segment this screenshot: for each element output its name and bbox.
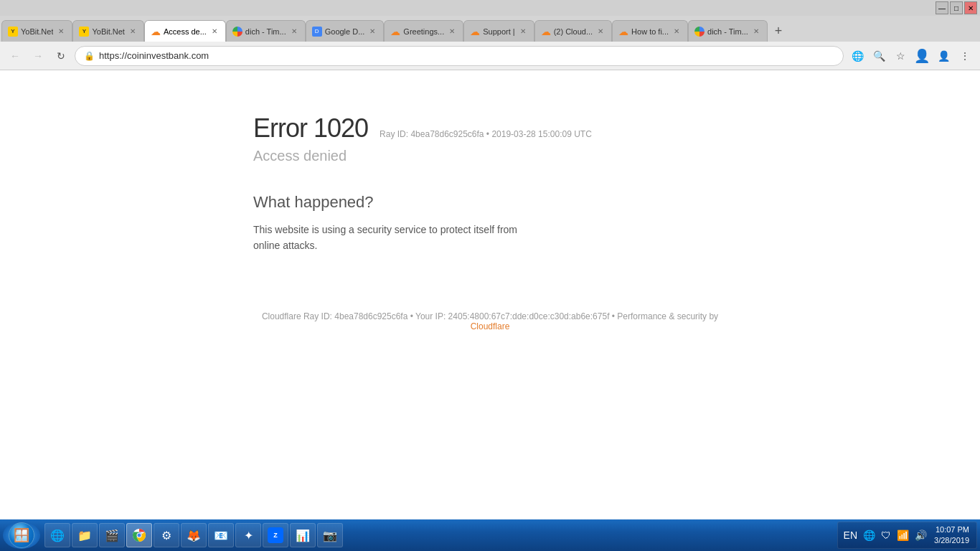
- tray-signal[interactable]: 📶: [895, 529, 910, 541]
- error-code: Error 1020: [253, 113, 368, 143]
- error-title-row: Error 1020 Ray ID: 4bea78d6c925c6fa • 20…: [253, 113, 727, 143]
- error-container: Error 1020 Ray ID: 4bea78d6c925c6fa • 20…: [239, 113, 741, 331]
- refresh-button[interactable]: ↻: [52, 47, 70, 65]
- tab-favicon-1: Y: [8, 27, 18, 37]
- ie-icon: 🌐: [50, 527, 65, 543]
- volume-icon: 🔊: [915, 529, 927, 541]
- tab-close-1[interactable]: ✕: [56, 27, 66, 37]
- app1-icon: ⚙: [159, 527, 174, 543]
- tab-label-5: Google D...: [325, 27, 365, 36]
- browser-content: Error 1020 Ray ID: 4bea78d6c925c6fa • 20…: [0, 70, 980, 519]
- ray-info: Ray ID: 4bea78d6c925c6fa • 2019-03-28 15…: [380, 129, 592, 139]
- tab-label-4: dich - Tim...: [245, 27, 286, 36]
- description-line2: online attacks.: [253, 237, 727, 253]
- taskbar-cam[interactable]: 📷: [317, 523, 343, 547]
- taskbar-chrome[interactable]: [126, 523, 152, 547]
- taskbar-explorer[interactable]: 📁: [72, 523, 98, 547]
- tab-favicon-2: Y: [79, 27, 89, 37]
- tab-favicon-8: ☁: [541, 27, 551, 37]
- search-icon[interactable]: 🔍: [870, 47, 888, 65]
- tab-label-10: dich - Tim...: [707, 27, 748, 36]
- forward-button[interactable]: →: [29, 47, 47, 65]
- zalo-icon: Z: [268, 527, 283, 543]
- tab-close-9[interactable]: ✕: [672, 27, 682, 37]
- taskbar-app1[interactable]: ⚙: [154, 523, 179, 547]
- tab-label-6: Greetings...: [403, 27, 444, 36]
- toolbar-icons: 🌐 🔍 ☆ 👤 👤 ⋮: [848, 47, 974, 65]
- clock-time: 10:07 PM: [936, 524, 969, 535]
- tab-close-8[interactable]: ✕: [595, 27, 606, 37]
- signal-icon: 📶: [897, 529, 909, 541]
- menu-icon[interactable]: ⋮: [956, 47, 974, 65]
- firefox-icon: 🦊: [186, 527, 202, 543]
- network-icon: 🌐: [863, 529, 875, 541]
- address-input-container[interactable]: 🔒 https://coininvestbank.com: [75, 46, 844, 66]
- tab-close-3[interactable]: ✕: [209, 27, 220, 37]
- tray-volume[interactable]: 🔊: [913, 529, 928, 541]
- taskbar-mail[interactable]: 📧: [208, 523, 234, 547]
- tab-close-10[interactable]: ✕: [751, 27, 761, 37]
- tab-label-7: Support |: [483, 27, 514, 36]
- tab-favicon-4: [232, 27, 242, 37]
- taskbar-ie[interactable]: 🌐: [44, 523, 70, 547]
- tab-close-6[interactable]: ✕: [447, 27, 457, 37]
- cam-icon: 📷: [322, 527, 338, 543]
- back-button[interactable]: ←: [6, 47, 24, 65]
- start-orb-icon: 🪟: [9, 522, 34, 548]
- taskbar-app2[interactable]: ✦: [235, 523, 261, 547]
- lock-icon: 🔒: [84, 51, 95, 61]
- maximize-button[interactable]: □: [950, 1, 963, 14]
- tab-close-7[interactable]: ✕: [518, 27, 528, 37]
- cloudflare-link[interactable]: Cloudflare: [471, 321, 510, 331]
- tab-6[interactable]: ☁ Greetings... ✕: [384, 20, 463, 42]
- tab-8[interactable]: ☁ (2) Cloud... ✕: [534, 20, 612, 42]
- tray-network[interactable]: 🌐: [862, 529, 877, 541]
- tab-favicon-5: D: [312, 27, 322, 37]
- extension-icon1[interactable]: 👤: [913, 47, 931, 65]
- url-display: https://coininvestbank.com: [99, 50, 834, 61]
- tab-2[interactable]: Y YoBit.Net ✕: [72, 20, 143, 42]
- footer-text: Cloudflare Ray ID: 4bea78d6c925c6fa • Yo…: [262, 311, 718, 321]
- tab-label-1: YoBit.Net: [21, 27, 53, 36]
- taskbar-firefox[interactable]: 🦊: [181, 523, 207, 547]
- tab-9[interactable]: ☁ How to fi... ✕: [612, 20, 688, 42]
- title-bar: — □ ✕: [0, 0, 980, 16]
- tab-favicon-9: ☁: [618, 27, 628, 37]
- tab-1[interactable]: Y YoBit.Net ✕: [1, 20, 72, 42]
- start-button[interactable]: 🪟: [3, 522, 40, 549]
- tab-favicon-7: ☁: [470, 27, 480, 37]
- tab-close-4[interactable]: ✕: [289, 27, 299, 37]
- tray-antivirus[interactable]: 🛡: [880, 529, 892, 541]
- mail-icon: 📧: [213, 527, 229, 543]
- tab-7[interactable]: ☁ Support | ✕: [463, 20, 534, 42]
- taskbar-zalo[interactable]: Z: [263, 523, 288, 547]
- taskbar-excel[interactable]: 📊: [290, 523, 316, 547]
- tab-label-8: (2) Cloud...: [554, 27, 593, 36]
- taskbar-media[interactable]: 🎬: [99, 523, 125, 547]
- tab-label-3: Access de...: [164, 27, 207, 36]
- translate-icon[interactable]: 🌐: [848, 47, 867, 65]
- tab-4[interactable]: dich - Tim... ✕: [226, 20, 306, 42]
- address-bar: ← → ↻ 🔒 https://coininvestbank.com 🌐 🔍 ☆…: [0, 42, 980, 70]
- tab-close-5[interactable]: ✕: [367, 27, 377, 37]
- close-button[interactable]: ✕: [964, 1, 977, 14]
- extension-icon2[interactable]: 👤: [934, 47, 953, 65]
- tab-5[interactable]: D Google D... ✕: [306, 20, 385, 42]
- tab-favicon-6: ☁: [390, 27, 400, 37]
- access-denied-text: Access denied: [253, 148, 727, 164]
- excel-icon: 📊: [295, 527, 311, 543]
- new-tab-button[interactable]: +: [768, 20, 789, 42]
- taskbar: 🪟 🌐 📁 🎬 ⚙ 🦊 📧: [0, 519, 980, 551]
- tray-lang[interactable]: EN: [842, 529, 859, 541]
- tab-bar: Y YoBit.Net ✕ Y YoBit.Net ✕ ☁ Access de.…: [0, 16, 980, 42]
- system-clock[interactable]: 10:07 PM 3/28/2019: [931, 524, 972, 547]
- bookmark-icon[interactable]: ☆: [891, 47, 910, 65]
- tab-close-2[interactable]: ✕: [128, 27, 138, 37]
- tab-3[interactable]: ☁ Access de... ✕: [144, 20, 226, 42]
- system-tray: EN 🌐 🛡 📶 🔊 10:07 PM 3/28/2019: [837, 522, 977, 549]
- tab-10[interactable]: dich - Tim... ✕: [688, 20, 768, 42]
- chrome-icon: [131, 527, 147, 543]
- what-happened-heading: What happened?: [253, 193, 727, 212]
- minimize-button[interactable]: —: [936, 1, 948, 14]
- antivirus-icon: 🛡: [881, 529, 891, 541]
